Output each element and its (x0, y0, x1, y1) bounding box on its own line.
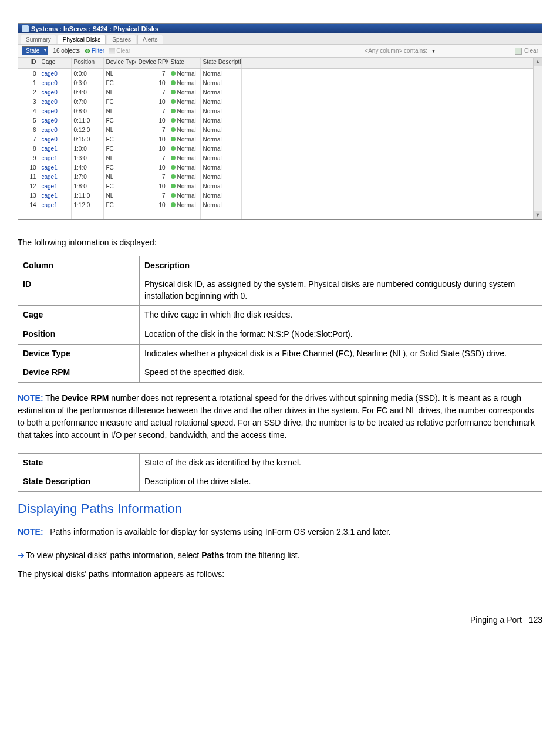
note-label: NOTE: (18, 527, 43, 536)
clear-icon (109, 48, 115, 54)
desc-row: Device RPMSpeed of the specified disk. (18, 363, 542, 383)
table-row[interactable]: 11cage11:7:0NL7NormalNormal (18, 172, 542, 181)
cage-link[interactable]: cage1 (42, 183, 58, 190)
desc-row: CageThe drive cage in which the disk res… (18, 306, 542, 325)
status-ok-icon (171, 165, 176, 170)
app-toolbar: State 16 objects Filter Clear <Any colum… (18, 45, 542, 58)
app-icon (22, 25, 29, 32)
clear-search-icon (515, 48, 522, 55)
cage-link[interactable]: cage0 (42, 108, 58, 114)
table-row[interactable]: 8cage11:0:0FC10NormalNormal (18, 144, 542, 153)
state-filter-select[interactable]: State (22, 46, 48, 55)
filter-icon (85, 48, 90, 54)
status-ok-icon (171, 193, 176, 198)
status-ok-icon (171, 174, 176, 179)
search-label[interactable]: <Any column> contains: (365, 48, 427, 54)
table-row[interactable]: 7cage00:15:0FC10NormalNormal (18, 134, 542, 144)
cage-link[interactable]: cage0 (42, 136, 58, 143)
desc-row: PositionLocation of the disk in the form… (18, 325, 542, 344)
status-ok-icon (171, 80, 176, 85)
status-ok-icon (171, 118, 176, 123)
cage-link[interactable]: cage0 (42, 89, 58, 96)
tab-alerts[interactable]: Alerts (137, 35, 163, 44)
cage-link[interactable]: cage1 (42, 193, 58, 199)
vertical-scrollbar[interactable]: ▲ ▼ (533, 58, 542, 219)
status-ok-icon (171, 137, 176, 141)
section-heading: Displaying Paths Information (18, 501, 542, 517)
tab-summary[interactable]: Summary (21, 35, 56, 44)
status-ok-icon (171, 156, 176, 160)
cage-link[interactable]: cage0 (42, 117, 58, 124)
intro-text: The following information is displayed: (18, 237, 542, 249)
cage-link[interactable]: cage0 (42, 80, 58, 86)
cage-link[interactable]: cage0 (42, 127, 58, 133)
cage-link[interactable]: cage1 (42, 164, 58, 171)
table-row[interactable]: 0cage00:0:0NL7NormalNormal (18, 69, 542, 79)
app-panel: Systems : InServs : S424 : Physical Disk… (18, 23, 542, 220)
data-grid: IDCagePositionDevice TypeDevice RPM (K)S… (18, 58, 542, 219)
scroll-down-icon[interactable]: ▼ (534, 211, 542, 219)
th-description: Description (140, 256, 542, 275)
desc-row: Device TypeIndicates whether a physical … (18, 344, 542, 363)
table-row[interactable]: 6cage00:12:0NL7NormalNormal (18, 125, 542, 134)
desc-row: StateState of the disk as identified by … (18, 453, 542, 472)
table-row[interactable]: 12cage11:8:0FC10NormalNormal (18, 181, 542, 191)
status-ok-icon (171, 99, 176, 104)
table-row[interactable]: 3cage00:7:0FC10NormalNormal (18, 97, 542, 106)
app-titlebar: Systems : InServs : S424 : Physical Disk… (18, 24, 542, 33)
tab-spares[interactable]: Spares (107, 35, 136, 44)
filter-button[interactable]: Filter (85, 48, 104, 54)
column-header[interactable]: State Description (200, 58, 241, 69)
table-row[interactable]: 14cage11:12:0FC10NormalNormal (18, 200, 542, 210)
column-header[interactable]: Position (71, 58, 103, 69)
table-row[interactable]: 9cage11:3:0NL7NormalNormal (18, 153, 542, 163)
status-ok-icon (171, 71, 176, 76)
column-header[interactable]: State (168, 58, 200, 69)
after-step-text: The physical disks' paths information ap… (18, 569, 542, 580)
page-footer: Pinging a Port 123 (18, 615, 542, 625)
column-header[interactable]: Device Type (103, 58, 136, 69)
app-title: Systems : InServs : S424 : Physical Disk… (31, 25, 158, 32)
column-description-table: Column Description IDPhysical disk ID, a… (18, 256, 542, 383)
desc-row: IDPhysical disk ID, as assigned by the s… (18, 275, 542, 306)
status-ok-icon (171, 109, 176, 113)
cage-link[interactable]: cage1 (42, 155, 58, 161)
table-row[interactable]: 5cage00:11:0FC10NormalNormal (18, 116, 542, 125)
app-tabs: SummaryPhysical DisksSparesAlerts (18, 33, 542, 45)
th-column: Column (18, 256, 140, 275)
cage-link[interactable]: cage1 (42, 146, 58, 152)
search-dropdown-icon[interactable]: ▾ (432, 48, 435, 54)
step-arrow-icon: ➔ (18, 551, 25, 560)
object-count: 16 objects (53, 48, 80, 54)
cage-link[interactable]: cage0 (42, 99, 58, 105)
note-label: NOTE: (18, 393, 43, 403)
note-paths: NOTE: Paths information is available for… (18, 526, 542, 538)
desc-row: State DescriptionDescription of the driv… (18, 472, 542, 492)
column-header[interactable]: Device RPM (K) (136, 58, 168, 69)
scroll-up-icon[interactable]: ▲ (534, 58, 542, 66)
table-row[interactable]: 13cage11:11:0NL7NormalNormal (18, 191, 542, 200)
note-device-rpm: NOTE: The Device RPM number does not rep… (18, 392, 542, 441)
search-clear-button[interactable]: Clear (515, 48, 538, 55)
table-row[interactable]: 10cage11:4:0FC10NormalNormal (18, 163, 542, 172)
cage-link[interactable]: cage0 (42, 70, 58, 77)
column-description-table-2: StateState of the disk as identified by … (18, 453, 542, 492)
cage-link[interactable]: cage1 (42, 202, 58, 208)
status-ok-icon (171, 127, 176, 132)
status-ok-icon (171, 146, 176, 151)
clear-button[interactable]: Clear (109, 48, 130, 54)
table-row[interactable]: 1cage00:3:0FC10NormalNormal (18, 78, 542, 87)
tab-physical-disks[interactable]: Physical Disks (58, 35, 106, 44)
status-ok-icon (171, 90, 176, 94)
table-row[interactable]: 4cage00:8:0NL7NormalNormal (18, 106, 542, 116)
column-header[interactable]: ID (18, 58, 39, 69)
step-text: ➔To view physical disks' paths informati… (18, 550, 542, 562)
status-ok-icon (171, 184, 176, 188)
column-header[interactable]: Cage (39, 58, 71, 69)
cage-link[interactable]: cage1 (42, 174, 58, 180)
status-ok-icon (171, 202, 176, 207)
table-row[interactable]: 2cage00:4:0NL7NormalNormal (18, 87, 542, 97)
